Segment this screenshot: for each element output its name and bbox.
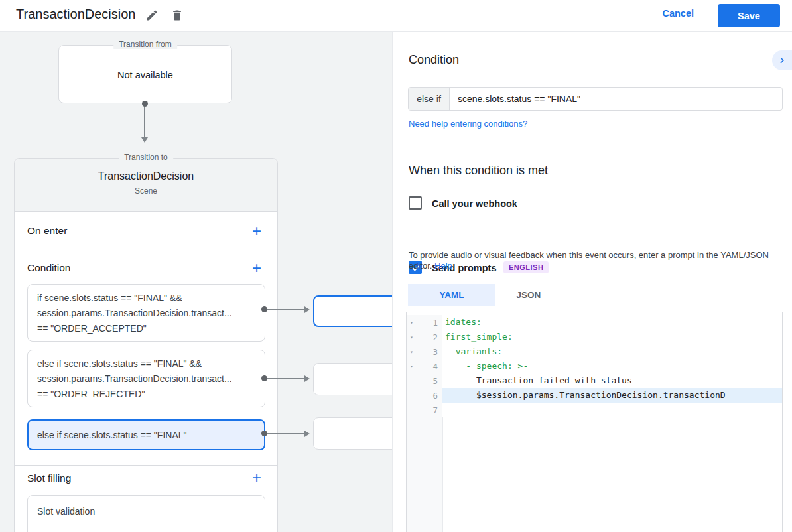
transition-from-value: Not available xyxy=(59,70,231,80)
condition-section-label: Condition xyxy=(27,262,71,274)
scene-subtitle: Scene xyxy=(15,182,277,196)
fold-icon[interactable]: ▾ xyxy=(407,320,417,326)
code-line: ▾4 - speech: >- xyxy=(407,359,782,373)
handler-box-3[interactable] xyxy=(313,417,392,450)
scene-header: TransactionDecision Scene xyxy=(15,159,277,212)
connector-line xyxy=(267,378,304,379)
code-line-highlighted: 6 $session.params.TransactionDecision.tr… xyxy=(407,388,782,403)
page-title: TransactionDecision xyxy=(16,7,135,22)
yaml-code-editor[interactable]: ▾1 idates: ▾2 first_simple: ▾3 variants:… xyxy=(406,312,783,532)
transition-from-box: Transition from Not available xyxy=(58,45,232,103)
code-text[interactable]: Transaction failed with status xyxy=(442,373,782,388)
code-line: 5 Transaction failed with status xyxy=(407,373,782,388)
code-line: ▾1 idates: xyxy=(407,315,782,330)
delete-scene-button[interactable] xyxy=(168,7,186,25)
tab-json[interactable]: JSON xyxy=(495,284,562,306)
when-condition-heading: When this condition is met xyxy=(409,164,548,178)
cancel-button[interactable]: Cancel xyxy=(662,8,694,19)
editor-tabs: YAML JSON xyxy=(408,284,562,306)
gutter xyxy=(407,417,443,532)
save-button[interactable]: Save xyxy=(718,4,780,27)
slot-validation-label: Slot validation xyxy=(37,506,255,517)
line-number: 3 xyxy=(417,347,442,357)
code-line: 7 xyxy=(407,403,782,417)
divider xyxy=(393,145,792,145)
arrow-down-icon xyxy=(141,137,148,143)
condition-line: == "ORDER_REJECTED" xyxy=(37,387,255,402)
condition-card-3-selected[interactable]: else if scene.slots.status == "FINAL" xyxy=(27,419,265,450)
line-number: 4 xyxy=(417,362,442,371)
arrow-right-icon xyxy=(304,306,310,313)
panel-title: Condition xyxy=(409,53,459,67)
flow-diagram: Transition from Not available Transition… xyxy=(0,32,392,532)
handler-box-2[interactable] xyxy=(313,363,392,395)
fold-icon[interactable]: ▾ xyxy=(407,334,417,340)
condition-line: else if scene.slots.status == "FINAL" xyxy=(37,421,255,450)
prompt-description: To provide audio or visual feedback when… xyxy=(409,250,777,271)
line-number: 1 xyxy=(417,318,442,328)
fold-icon[interactable]: ▾ xyxy=(407,349,417,355)
connector-line xyxy=(267,433,304,434)
line-number: 5 xyxy=(417,376,442,386)
code-line: ▾3 variants: xyxy=(407,344,782,359)
condition-line: if scene.slots.status == "FINAL" && xyxy=(37,291,255,306)
condition-line: else if scene.slots.status == "FINAL" && xyxy=(37,356,255,371)
fold-icon[interactable]: ▾ xyxy=(407,364,417,369)
pencil-icon xyxy=(145,14,159,24)
condition-prefix-label: else if xyxy=(409,88,450,110)
tab-yaml[interactable]: YAML xyxy=(408,284,495,306)
top-bar: TransactionDecision Cancel Save xyxy=(0,0,792,32)
transition-from-legend: Transition from xyxy=(113,40,177,49)
line-number: 2 xyxy=(417,332,442,342)
edit-title-button[interactable] xyxy=(143,7,161,25)
connector-dot xyxy=(142,101,148,107)
trash-icon xyxy=(170,14,184,24)
handler-box-1-selected[interactable] xyxy=(313,295,392,327)
condition-editor-panel: Condition else if Need help entering con… xyxy=(392,32,792,532)
call-webhook-checkbox[interactable] xyxy=(409,196,422,210)
line-number: 6 xyxy=(417,391,442,401)
transition-to-card: Transition to TransactionDecision Scene … xyxy=(14,158,278,532)
call-webhook-label[interactable]: Call your webhook xyxy=(432,198,517,209)
condition-line: == "ORDER_ACCEPTED" xyxy=(37,321,255,336)
code-text[interactable]: - speech: >- xyxy=(442,359,782,373)
connector-dot xyxy=(261,431,267,436)
divider xyxy=(15,249,277,249)
condition-expression-input[interactable] xyxy=(450,88,782,110)
connector-line xyxy=(144,106,145,138)
condition-line: session.params.TransactionDecision.trans… xyxy=(37,371,255,387)
description-text: To provide audio or visual feedback when… xyxy=(409,250,769,271)
transition-to-legend: Transition to xyxy=(119,153,173,162)
add-on-enter-button[interactable]: + xyxy=(248,222,265,239)
connector-dot xyxy=(261,306,267,312)
code-text[interactable] xyxy=(442,403,782,417)
line-number: 7 xyxy=(417,405,442,415)
add-condition-button[interactable]: + xyxy=(248,259,265,277)
add-slot-button[interactable]: + xyxy=(248,469,265,486)
condition-input-row: else if xyxy=(408,87,783,111)
chevron-right-icon xyxy=(776,58,788,68)
condition-card-1[interactable]: if scene.slots.status == "FINAL" && sess… xyxy=(27,284,265,342)
collapse-panel-button[interactable] xyxy=(772,50,792,70)
arrow-right-icon xyxy=(304,375,310,382)
arrow-right-icon xyxy=(304,431,310,437)
divider xyxy=(15,465,277,466)
scene-title: TransactionDecision xyxy=(15,159,277,182)
condition-card-2[interactable]: else if scene.slots.status == "FINAL" &&… xyxy=(27,350,265,407)
condition-line: session.params.TransactionDecision.trans… xyxy=(37,306,255,321)
slot-filling-label: Slot filling xyxy=(27,472,71,484)
code-text[interactable]: $session.params.TransactionDecision.tran… xyxy=(442,388,782,403)
code-text[interactable]: first_simple: xyxy=(442,330,782,344)
connector-dot xyxy=(261,375,267,381)
on-enter-label: On enter xyxy=(27,225,67,237)
slot-validation-card[interactable]: Slot validation xyxy=(27,495,265,532)
connector-line xyxy=(267,309,304,310)
code-text[interactable]: variants: xyxy=(442,344,782,359)
code-text[interactable]: idates: xyxy=(442,315,782,330)
conditions-help-link[interactable]: Need help entering conditions? xyxy=(409,119,527,129)
code-line: ▾2 first_simple: xyxy=(407,330,782,344)
help-link[interactable]: Help xyxy=(434,261,452,271)
